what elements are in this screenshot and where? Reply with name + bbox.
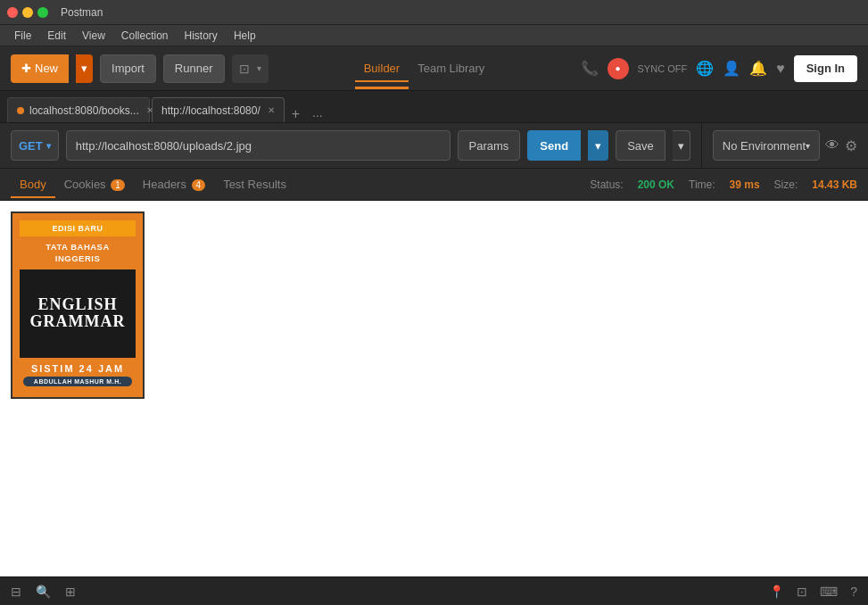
book-mid-text-2: INGGERIS — [20, 253, 136, 264]
menu-collection[interactable]: Collection — [114, 28, 176, 44]
book-mid-section: TATA BAHASA INGGERIS — [20, 238, 136, 268]
bottom-right: 📍 ⊡ ⌨ ? — [769, 584, 857, 599]
book-author-box: ABDULLAH MASHUR M.H. — [23, 377, 132, 386]
plus-icon: ✚ — [21, 62, 31, 75]
time-value: 39 ms — [730, 178, 760, 191]
menu-history[interactable]: History — [178, 28, 225, 44]
gear-icon[interactable]: ⚙ — [845, 137, 857, 154]
user-icon[interactable]: 👤 — [723, 60, 740, 77]
save-button[interactable]: Save — [616, 130, 665, 161]
request-tab-1[interactable]: http://localhost:8080/ ✕ — [152, 97, 285, 122]
size-label: Size: — [774, 178, 798, 191]
phone-icon[interactable]: 📞 — [581, 60, 599, 77]
sync-label: SYNC OFF — [638, 63, 688, 74]
url-input[interactable] — [66, 130, 451, 161]
import-button[interactable]: Import — [100, 54, 156, 83]
title-bar: Postman — [0, 0, 868, 25]
tab-add-button[interactable]: + — [286, 106, 305, 122]
response-tabs: Body Cookies 1 Headers 4 Test Results St… — [0, 169, 868, 201]
keyboard-icon[interactable]: ⌨ — [820, 584, 838, 599]
nav-icon: ⊡ — [239, 62, 250, 76]
layout-icon[interactable]: ⊟ — [11, 584, 21, 599]
status-label: Status: — [590, 178, 623, 191]
tab-more-button[interactable]: ··· — [307, 108, 328, 122]
tab-builder[interactable]: Builder — [355, 54, 409, 82]
nav-dropdown-icon: ▾ — [257, 63, 261, 73]
new-button-dropdown[interactable]: ▾ — [76, 54, 93, 83]
response-body: EDISI BARU TATA BAHASA INGGERIS ENGLISH … — [0, 201, 868, 576]
app-window: Postman File Edit View Collection Histor… — [0, 0, 868, 605]
menu-help[interactable]: Help — [227, 28, 263, 44]
menu-view[interactable]: View — [75, 28, 112, 44]
eye-icon[interactable]: 👁 — [825, 137, 839, 153]
url-bar: GET ▾ Params Send ▾ Save ▾ — [0, 123, 701, 168]
globe-icon[interactable]: 🌐 — [696, 60, 714, 77]
bell-icon[interactable]: 🔔 — [749, 60, 767, 77]
cookies-badge: 1 — [111, 179, 125, 191]
sign-in-button[interactable]: Sign In — [794, 55, 857, 82]
method-selector[interactable]: GET ▾ — [11, 130, 59, 161]
time-label: Time: — [689, 178, 715, 191]
book-cover-image: EDISI BARU TATA BAHASA INGGERIS ENGLISH … — [11, 211, 145, 399]
book-bottom: SISTIM 24 JAM ABDULLAH MASHUR M.H. — [20, 360, 136, 390]
terminal-icon[interactable]: ⊞ — [65, 584, 76, 599]
book-top-text: EDISI BARU — [25, 224, 130, 233]
sync-indicator[interactable]: ● — [608, 58, 629, 79]
request-tab-0[interactable]: localhost:8080/books... ✕ — [7, 97, 150, 122]
menu-file[interactable]: File — [7, 28, 38, 44]
runner-button[interactable]: Runner — [163, 54, 225, 83]
resp-tab-headers[interactable]: Headers 4 — [134, 170, 214, 198]
tab-close-1[interactable]: ✕ — [268, 105, 275, 115]
book-mid-text-1: TATA BAHASA — [20, 241, 136, 253]
split-view-icon[interactable]: ⊡ — [797, 584, 807, 599]
resp-tab-body[interactable]: Body — [11, 170, 55, 198]
book-title-box: ENGLISH GRAMMAR — [20, 269, 136, 358]
toolbar-right: 📞 ● SYNC OFF 🌐 👤 🔔 ♥ Sign In — [581, 55, 857, 82]
heart-icon[interactable]: ♥ — [776, 61, 785, 77]
menu-bar: File Edit View Collection History Help — [0, 25, 868, 46]
bottom-bar: ⊟ 🔍 ⊞ 📍 ⊡ ⌨ ? — [0, 576, 868, 605]
menu-edit[interactable]: Edit — [40, 28, 73, 44]
size-value: 14.43 KB — [812, 178, 857, 191]
save-dropdown[interactable]: ▾ — [673, 130, 690, 161]
request-tabs-strip: localhost:8080/books... ✕ http://localho… — [0, 91, 868, 123]
help-icon[interactable]: ? — [850, 584, 857, 599]
url-env-row: GET ▾ Params Send ▾ Save ▾ No Environmen… — [0, 123, 868, 169]
tab-indicator — [17, 107, 24, 114]
close-button[interactable] — [7, 7, 18, 18]
book-title-line2: GRAMMAR — [30, 313, 126, 331]
method-dropdown-icon: ▾ — [46, 141, 51, 151]
env-dropdown-icon: ▾ — [806, 141, 810, 151]
send-button[interactable]: Send — [527, 130, 581, 161]
nav-buttons: ⊡ ▾ — [232, 54, 269, 83]
response-status: Status: 200 OK Time: 39 ms Size: 14.43 K… — [590, 178, 857, 191]
minimize-button[interactable] — [22, 7, 33, 18]
send-dropdown[interactable]: ▾ — [588, 130, 608, 161]
book-author: ABDULLAH MASHUR M.H. — [30, 378, 125, 385]
environment-selector[interactable]: No Environment ▾ — [713, 130, 820, 161]
tab-team-library[interactable]: Team Library — [409, 54, 493, 82]
book-title-line1: ENGLISH — [37, 296, 117, 314]
headers-badge: 4 — [192, 179, 206, 191]
book-sistim: SISTIM 24 JAM — [23, 363, 132, 374]
params-button[interactable]: Params — [458, 130, 521, 161]
traffic-lights — [7, 7, 48, 18]
toolbar: ✚ New ▾ Import Runner ⊡ ▾ Builder Team L… — [0, 46, 868, 91]
new-button[interactable]: ✚ New — [11, 54, 69, 83]
resp-tab-cookies[interactable]: Cookies 1 — [55, 170, 134, 198]
book-top-band: EDISI BARU — [20, 220, 136, 236]
status-value: 200 OK — [638, 178, 674, 191]
app-title: Postman — [61, 6, 103, 19]
location-icon[interactable]: 📍 — [769, 584, 784, 599]
search-icon[interactable]: 🔍 — [36, 584, 51, 599]
maximize-button[interactable] — [37, 7, 48, 18]
resp-tab-test-results[interactable]: Test Results — [214, 170, 295, 198]
environment-section: No Environment ▾ 👁 ⚙ — [701, 123, 868, 168]
